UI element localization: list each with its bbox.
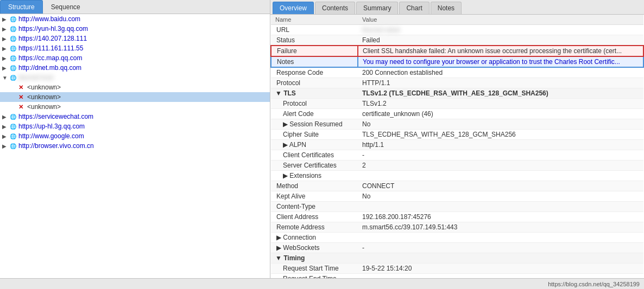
cell-value-alert-code: certificate_unknown (46) xyxy=(358,109,643,119)
table-row-response-code[interactable]: Response Code200 Connection established xyxy=(271,67,643,78)
globe-icon: 🌐 xyxy=(10,124,17,130)
table-row-notes[interactable]: NotesYou may need to configure your brow… xyxy=(271,56,643,67)
table-row-connection-section[interactable]: ▶ Connection xyxy=(271,233,643,243)
cell-name-tls-protocol: Protocol xyxy=(271,99,358,109)
cell-name-content-type: Content-Type xyxy=(271,202,358,212)
cell-value-protocol: HTTP/1.1 xyxy=(358,78,643,88)
table-row-websockets-section[interactable]: ▶ WebSockets- xyxy=(271,243,643,253)
right-tabs: Overview Contents Summary Chart Notes xyxy=(270,0,644,15)
tree-item-111[interactable]: ▶🌐https://111.161.111.55 xyxy=(0,43,270,53)
cell-name-notes: Notes xyxy=(271,56,358,67)
tree-item-label: https://140.207.128.111 xyxy=(18,35,87,42)
table-row-timing-section[interactable]: ▼ Timing xyxy=(271,253,643,264)
tree-item-google[interactable]: ▶🌐http://www.google.com xyxy=(0,131,270,141)
cell-name-alpn: ▶ ALPN xyxy=(271,140,358,150)
cell-value-url: blurred-value xyxy=(358,25,643,35)
cell-name-client-certs: Client Certificates xyxy=(271,150,358,160)
tree-arrow: ▶ xyxy=(2,133,10,139)
tree-item-unknown1[interactable]: ✕<unknown> xyxy=(0,82,270,92)
tree-item-up-hl[interactable]: ▶🌐https://up-hl.3g.qq.com xyxy=(0,121,270,131)
globe-icon: 🌐 xyxy=(10,16,17,22)
table-row-cipher-suite[interactable]: Cipher SuiteTLS_ECDHE_RSA_WITH_AES_128_G… xyxy=(271,130,643,140)
cell-name-response-code: Response Code xyxy=(271,67,358,78)
tab-notes[interactable]: Notes xyxy=(431,2,462,14)
tree-item-dnet[interactable]: ▶🌐http://dnet.mb.qq.com xyxy=(0,63,270,73)
cell-name-status: Status xyxy=(271,35,358,46)
tree-arrow: ▶ xyxy=(2,26,10,32)
table-row-remote-address[interactable]: Remote Addressm.smart56.cc/39.107.149.51… xyxy=(271,222,643,233)
tree-item-blurred-parent[interactable]: ▼🌐blurred-host xyxy=(0,73,270,82)
table-row-extensions[interactable]: ▶ Extensions xyxy=(271,171,643,181)
cell-value-session-resumed: No xyxy=(358,119,643,130)
status-bar: https://blog.csdn.net/qq_34258199 xyxy=(0,278,644,289)
detail-table: Name Value URLblurred-valueStatusFailedF… xyxy=(270,15,644,278)
tree-item-label: blurred-host xyxy=(18,74,53,81)
header-value: Value xyxy=(358,15,643,25)
tree-item-yun-hl[interactable]: ▶🌐https://yun-hl.3g.qq.com xyxy=(0,24,270,34)
table-row-client-certs[interactable]: Client Certificates- xyxy=(271,150,643,160)
tab-chart[interactable]: Chart xyxy=(399,2,429,14)
tree-item-unknown3[interactable]: ✕<unknown> xyxy=(0,102,270,112)
cell-value-tls-protocol: TLSv1.2 xyxy=(358,99,643,109)
table-row-kept-alive[interactable]: Kept AliveNo xyxy=(271,191,643,202)
tree-arrow: ▶ xyxy=(2,55,10,61)
cell-name-request-start: Request Start Time xyxy=(271,264,358,274)
right-panel: Overview Contents Summary Chart Notes Na… xyxy=(270,0,644,278)
cell-value-client-certs: - xyxy=(358,150,643,160)
table-row-client-address[interactable]: Client Address192.168.200.187:45276 xyxy=(271,212,643,222)
tree-item-label: http://dnet.mb.qq.com xyxy=(18,64,81,72)
cell-name-url: URL xyxy=(271,25,358,35)
cell-value-server-certs: 2 xyxy=(358,160,643,171)
tree-item-cc-map[interactable]: ▶🌐https://cc.map.qq.com xyxy=(0,53,270,63)
table-row-status[interactable]: StatusFailed xyxy=(271,35,643,46)
tree-item-servicewechat[interactable]: ▶🌐https://servicewechat.com xyxy=(0,112,270,121)
table-row-method[interactable]: MethodCONNECT xyxy=(271,181,643,191)
tree-item-unknown2[interactable]: ✕<unknown> xyxy=(0,92,270,102)
tab-contents[interactable]: Contents xyxy=(315,2,355,14)
table-row-session-resumed[interactable]: ▶ Session ResumedNo xyxy=(271,119,643,130)
table-row-alert-code[interactable]: Alert Codecertificate_unknown (46) xyxy=(271,109,643,119)
table-row-request-start[interactable]: Request Start Time19-5-22 15:14:20 xyxy=(271,264,643,274)
table-row-url[interactable]: URLblurred-value xyxy=(271,25,643,35)
cell-name-websockets-section: ▶ WebSockets xyxy=(271,243,358,253)
table-row-server-certs[interactable]: Server Certificates2 xyxy=(271,160,643,171)
table-row-alpn[interactable]: ▶ ALPNhttp/1.1 xyxy=(271,140,643,150)
tree-item-label: https://up-hl.3g.qq.com xyxy=(18,123,85,130)
cell-name-cipher-suite: Cipher Suite xyxy=(271,130,358,140)
tree-arrow: ▶ xyxy=(2,114,10,120)
tree-item-140[interactable]: ▶🌐https://140.207.128.111 xyxy=(0,34,270,43)
tree-item-baidu[interactable]: ▶🌐http://www.baidu.com xyxy=(0,14,270,24)
cell-value-tls-section: TLSv1.2 (TLS_ECDHE_RSA_WITH_AES_128_GCM_… xyxy=(358,88,643,99)
tree-arrow: ▶ xyxy=(2,16,10,22)
tab-sequence[interactable]: Sequence xyxy=(43,0,89,14)
table-row-failure[interactable]: FailureClient SSL handshake failed: An u… xyxy=(271,46,643,56)
tree-item-label: <unknown> xyxy=(27,103,61,111)
cell-name-kept-alive: Kept Alive xyxy=(271,191,358,202)
cell-name-extensions: ▶ Extensions xyxy=(271,171,358,181)
globe-icon: 🌐 xyxy=(10,46,17,52)
table-row-content-type[interactable]: Content-Type xyxy=(271,202,643,212)
cell-name-timing-section: ▼ Timing xyxy=(271,253,358,264)
cell-value-connection-section xyxy=(358,233,643,243)
globe-icon: 🌐 xyxy=(10,55,17,61)
cell-value-remote-address: m.smart56.cc/39.107.149.51:443 xyxy=(358,222,643,233)
table-row-tls-section[interactable]: ▼ TLSTLSv1.2 (TLS_ECDHE_RSA_WITH_AES_128… xyxy=(271,88,643,99)
tab-overview[interactable]: Overview xyxy=(273,2,314,14)
table-row-protocol[interactable]: ProtocolHTTP/1.1 xyxy=(271,78,643,88)
cell-name-protocol: Protocol xyxy=(271,78,358,88)
cell-name-tls-section: ▼ TLS xyxy=(271,88,358,99)
tree-item-label: https://servicewechat.com xyxy=(18,113,93,120)
tab-structure[interactable]: Structure xyxy=(0,0,43,14)
tab-summary[interactable]: Summary xyxy=(356,2,398,14)
cell-value-request-end: - xyxy=(358,274,643,279)
tree-container: ▶🌐http://www.baidu.com▶🌐https://yun-hl.3… xyxy=(0,14,270,278)
table-row-tls-protocol[interactable]: ProtocolTLSv1.2 xyxy=(271,99,643,109)
error-icon: ✕ xyxy=(18,104,26,111)
left-panel: Structure Sequence ▶🌐http://www.baidu.co… xyxy=(0,0,270,278)
tree-item-browser-vivo[interactable]: ▶🌐http://browser.vivo.com.cn xyxy=(0,141,270,151)
header-name: Name xyxy=(271,15,358,25)
cell-name-request-end: Request End Time xyxy=(271,274,358,279)
error-icon: ✕ xyxy=(18,84,26,91)
table-row-request-end[interactable]: Request End Time- xyxy=(271,274,643,279)
error-icon: ✕ xyxy=(18,94,26,101)
